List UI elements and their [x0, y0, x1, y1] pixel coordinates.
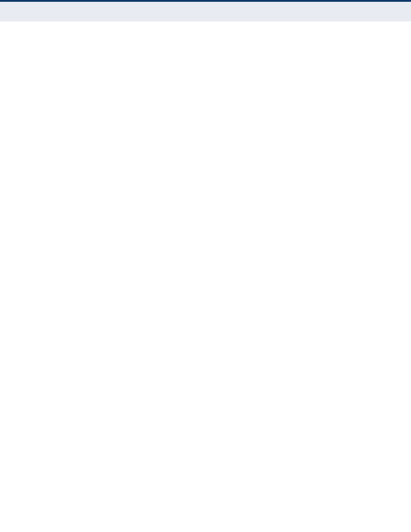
top-bar [0, 0, 411, 21]
